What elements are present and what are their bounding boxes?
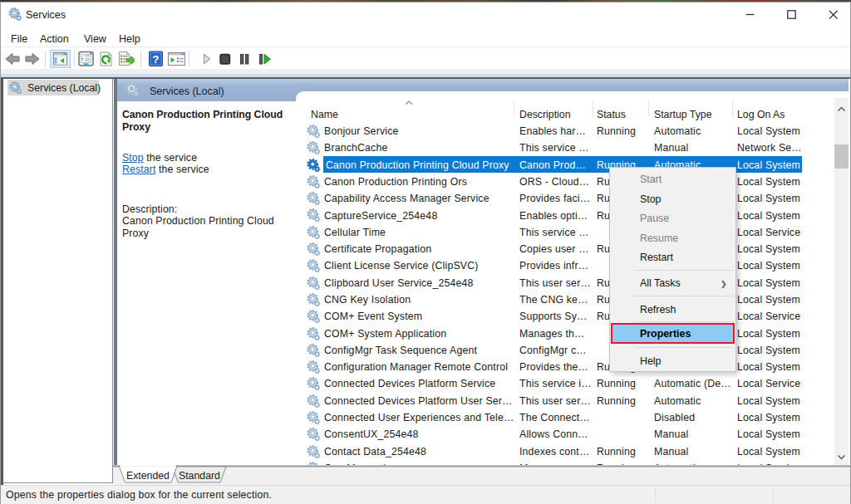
svg-text:Extended: Extended (126, 470, 170, 482)
svg-text:Standard: Standard (179, 470, 220, 482)
svg-text:?: ? (152, 53, 159, 66)
